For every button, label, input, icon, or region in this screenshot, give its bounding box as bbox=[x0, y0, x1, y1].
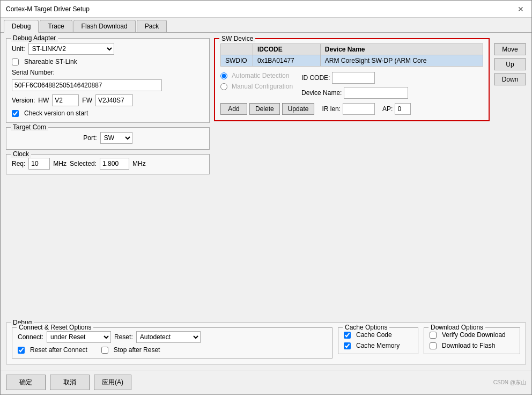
req-input[interactable] bbox=[28, 158, 50, 170]
idcode-field-label: ID CODE: bbox=[301, 74, 330, 82]
idcode-field[interactable] bbox=[332, 72, 375, 84]
hw-input[interactable] bbox=[52, 94, 79, 106]
serial-input-row bbox=[12, 79, 204, 91]
mhz1-label: MHz bbox=[53, 160, 66, 167]
download-options-label: Download Options bbox=[428, 324, 485, 331]
auto-detect-label: Automatic Detection bbox=[232, 72, 289, 79]
reset-select[interactable]: Autodetect bbox=[136, 331, 201, 343]
tab-debug[interactable]: Debug bbox=[4, 20, 39, 33]
shareable-checkbox[interactable] bbox=[12, 58, 19, 65]
unit-row: Unit: ST-LINK/V2 bbox=[12, 43, 204, 55]
sw-device-table: IDCODE Device Name SWDIO 0x1BA01477 ARM … bbox=[220, 43, 483, 67]
reset-after-checkbox[interactable] bbox=[18, 347, 25, 354]
reset-label: Reset: bbox=[114, 333, 133, 341]
auto-detect-radio[interactable] bbox=[220, 72, 227, 79]
port-row: Port: SW bbox=[12, 132, 204, 144]
tab-flash-download[interactable]: Flash Download bbox=[73, 20, 136, 32]
serial-label: Serial Number: bbox=[12, 69, 55, 76]
close-button[interactable]: ✕ bbox=[515, 5, 526, 13]
add-del-row: Add Delete Update IR len: AP: bbox=[220, 103, 483, 115]
serial-label-row: Serial Number: bbox=[12, 69, 204, 76]
port-label: Port: bbox=[83, 134, 97, 142]
check-version-label: Check version on start bbox=[24, 109, 88, 117]
left-panel: Debug Adapter Unit: ST-LINK/V2 Shareable… bbox=[6, 38, 210, 318]
ok-button[interactable]: 确定 bbox=[6, 375, 46, 390]
cache-code-row: Cache Code bbox=[344, 331, 412, 339]
sw-device-group: SW Device IDCODE Device Name bbox=[214, 38, 490, 121]
window-title: Cortex-M Target Driver Setup bbox=[6, 5, 90, 13]
manual-config-radio[interactable] bbox=[220, 83, 227, 90]
tab-bar: Debug Trace Flash Download Pack bbox=[1, 18, 531, 33]
download-flash-label: Download to Flash bbox=[442, 342, 495, 349]
version-row: Version: HW FW bbox=[12, 94, 204, 106]
stop-after-label: Stop after Reset bbox=[114, 346, 160, 354]
auto-detect-row: Automatic Detection bbox=[220, 72, 293, 79]
ir-len-input[interactable] bbox=[343, 103, 375, 115]
connect-select[interactable]: under Reset bbox=[47, 331, 111, 343]
row-devname: ARM CoreSight SW-DP (ARM Core bbox=[320, 55, 483, 67]
cache-memory-checkbox[interactable] bbox=[344, 342, 351, 349]
shareable-label: Shareable ST-Link bbox=[24, 58, 77, 65]
check-version-checkbox[interactable] bbox=[12, 110, 19, 117]
main-window: Cortex-M Target Driver Setup ✕ Debug Tra… bbox=[0, 0, 532, 395]
update-button[interactable]: Update bbox=[282, 103, 315, 115]
cancel-button[interactable]: 取消 bbox=[50, 375, 90, 390]
check-version-row: Check version on start bbox=[12, 109, 204, 117]
target-com-group: Target Com Port: SW bbox=[6, 127, 210, 150]
clock-row: Req: MHz Selected: MHz bbox=[12, 158, 204, 170]
shareable-row: Shareable ST-Link bbox=[12, 58, 204, 65]
reset-after-row: Reset after Connect Stop after Reset bbox=[18, 346, 327, 354]
target-com-label: Target Com bbox=[11, 123, 48, 131]
devname-field[interactable] bbox=[344, 87, 408, 99]
debug-section: Debug Connect & Reset Options Connect: u… bbox=[6, 323, 526, 364]
tab-pack[interactable]: Pack bbox=[137, 20, 167, 32]
apply-button[interactable]: 应用(A) bbox=[94, 375, 131, 390]
debug-inner: Connect & Reset Options Connect: under R… bbox=[12, 327, 520, 359]
download-flash-checkbox[interactable] bbox=[430, 342, 437, 349]
hw-label: HW bbox=[38, 97, 49, 104]
move-label: Move bbox=[494, 43, 526, 55]
reset-after-label: Reset after Connect bbox=[30, 346, 87, 354]
delete-button[interactable]: Delete bbox=[249, 103, 280, 115]
cache-code-label: Cache Code bbox=[356, 331, 392, 339]
row-port: SWDIO bbox=[221, 55, 253, 67]
detection-section: Automatic Detection Manual Configuration… bbox=[220, 72, 483, 99]
cache-memory-label: Cache Memory bbox=[356, 342, 400, 349]
fw-input[interactable] bbox=[95, 94, 133, 106]
selected-input[interactable] bbox=[100, 158, 129, 170]
debug-adapter-label: Debug Adapter bbox=[11, 34, 58, 42]
idcode-row: ID CODE: bbox=[301, 72, 408, 84]
connect-reset-label: Connect & Reset Options bbox=[17, 324, 93, 331]
connect-label: Connect: bbox=[18, 333, 43, 341]
tab-trace[interactable]: Trace bbox=[40, 20, 72, 32]
cache-options-group: Cache Options Cache Code Cache Memory bbox=[338, 327, 418, 354]
download-options-group: Download Options Verify Code Download Do… bbox=[424, 327, 520, 354]
main-content: Debug Adapter Unit: ST-LINK/V2 Shareable… bbox=[1, 33, 531, 370]
fw-label: FW bbox=[82, 97, 92, 104]
cache-memory-row: Cache Memory bbox=[344, 342, 412, 349]
ir-len-label: IR len: bbox=[322, 105, 341, 113]
ap-input[interactable] bbox=[395, 103, 411, 115]
sw-device-label: SW Device bbox=[219, 35, 255, 42]
unit-select[interactable]: ST-LINK/V2 bbox=[28, 43, 114, 55]
cache-options-label: Cache Options bbox=[343, 324, 389, 331]
stop-after-checkbox[interactable] bbox=[101, 347, 108, 354]
unit-label: Unit: bbox=[12, 45, 25, 53]
req-label: Req: bbox=[12, 160, 25, 167]
down-button[interactable]: Down bbox=[494, 74, 526, 85]
serial-input[interactable] bbox=[12, 79, 162, 91]
devname-row: Device Name: bbox=[301, 87, 408, 99]
manual-config-row: Manual Configuration bbox=[220, 83, 293, 90]
port-select[interactable]: SW bbox=[100, 132, 132, 144]
table-row[interactable]: SWDIO 0x1BA01477 ARM CoreSight SW-DP (AR… bbox=[221, 55, 483, 67]
add-button[interactable]: Add bbox=[220, 103, 247, 115]
up-button[interactable]: Up bbox=[494, 58, 526, 70]
verify-checkbox[interactable] bbox=[430, 332, 437, 339]
move-buttons: Move Up Down bbox=[494, 43, 526, 85]
devname-field-label: Device Name: bbox=[301, 89, 342, 97]
connect-reset-group: Connect & Reset Options Connect: under R… bbox=[12, 327, 332, 359]
verify-label: Verify Code Download bbox=[442, 331, 506, 339]
radio-col: Automatic Detection Manual Configuration bbox=[220, 72, 293, 99]
cache-code-checkbox[interactable] bbox=[344, 332, 351, 339]
selected-label: Selected: bbox=[70, 160, 97, 167]
